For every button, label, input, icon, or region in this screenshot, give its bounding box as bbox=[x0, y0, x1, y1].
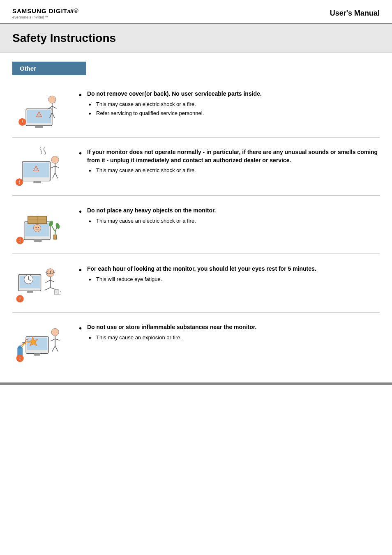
monitor-heavy-object-icon: ! bbox=[14, 205, 64, 246]
icon-area-5: ! bbox=[12, 322, 66, 363]
sub-list-5: This may cause an explosion or fire. bbox=[87, 334, 380, 341]
sub-list-3: This may cause an electric shock or a fi… bbox=[87, 217, 380, 225]
instruction-row-3: ! Do not place any heavy objects on the … bbox=[12, 196, 380, 254]
monitor-warning-sound-icon: ! ! bbox=[14, 147, 64, 188]
text-area-4: For each hour of looking at the monitor,… bbox=[77, 263, 380, 286]
svg-line-55 bbox=[45, 288, 51, 290]
header-title: User's Manual bbox=[330, 7, 380, 18]
svg-line-22 bbox=[50, 166, 55, 168]
svg-text:!: ! bbox=[21, 119, 23, 124]
svg-point-70 bbox=[22, 342, 25, 343]
sub-list-4: This will reduce eye fatigue. bbox=[87, 276, 380, 283]
instruction-row-5: ! Do not use or store inflammable substa… bbox=[12, 313, 380, 370]
instruction-row-4: ! For each hour of looking at the monito… bbox=[12, 254, 380, 313]
page-header: SAMSUNG DIGITall D everyone's Invited™ U… bbox=[0, 0, 392, 24]
svg-line-76 bbox=[55, 346, 58, 352]
svg-rect-65 bbox=[34, 353, 40, 355]
monitor-warning-cover-icon: ! ! bbox=[14, 88, 64, 129]
svg-point-46 bbox=[46, 269, 54, 277]
svg-line-74 bbox=[55, 339, 60, 341]
eye-rest-icon: ! bbox=[14, 263, 64, 304]
main-text-3: Do not place any heavy objects on the mo… bbox=[87, 207, 216, 214]
svg-point-37 bbox=[38, 227, 39, 228]
main-text-2: If your monitor does not operate normall… bbox=[87, 149, 378, 164]
logo-area: SAMSUNG DIGITall D everyone's Invited™ bbox=[12, 7, 78, 19]
svg-line-25 bbox=[55, 173, 58, 179]
logo-digit-italic: all bbox=[67, 8, 73, 14]
footer-bar bbox=[0, 382, 392, 385]
content-area: ! ! Do not remove cover(or back). No use… bbox=[0, 79, 392, 370]
sub-item-4-1: This will reduce eye fatigue. bbox=[87, 276, 380, 283]
sub-item-1-1: This may cause an electric shock or a fi… bbox=[87, 101, 380, 108]
sub-list-1: This may cause an electric shock or a fi… bbox=[87, 101, 380, 117]
sub-item-2-1: This may cause an electric shock or a fi… bbox=[87, 167, 380, 174]
svg-line-56 bbox=[50, 288, 56, 290]
logo-tagline: everyone's Invited™ bbox=[12, 15, 48, 19]
icon-area-2: ! ! bbox=[12, 147, 66, 188]
sub-item-5-1: This may cause an explosion or fire. bbox=[87, 334, 380, 341]
svg-rect-68 bbox=[18, 345, 21, 348]
icon-area-4: ! bbox=[12, 263, 66, 304]
text-area-2: If your monitor does not operate normall… bbox=[77, 147, 380, 177]
svg-point-40 bbox=[55, 223, 61, 230]
svg-rect-45 bbox=[27, 291, 33, 293]
svg-point-36 bbox=[35, 227, 37, 228]
svg-rect-17 bbox=[33, 181, 41, 183]
svg-point-71 bbox=[51, 328, 59, 336]
icon-area-1: ! ! bbox=[12, 88, 66, 129]
svg-point-20 bbox=[51, 156, 59, 164]
svg-line-54 bbox=[50, 280, 54, 282]
logo-circle-icon: D bbox=[74, 8, 78, 13]
svg-text:!: ! bbox=[39, 113, 39, 117]
sub-item-1-2: Refer servicing to qualified service per… bbox=[87, 110, 380, 117]
svg-rect-62 bbox=[54, 290, 59, 295]
svg-text:!: ! bbox=[19, 296, 21, 301]
svg-rect-30 bbox=[34, 240, 42, 242]
svg-text:!: ! bbox=[18, 180, 20, 184]
text-area-1: Do not remove cover(or back). No user se… bbox=[77, 88, 380, 120]
sub-list-2: This may cause an electric shock or a fi… bbox=[87, 167, 380, 174]
page-title-section: Safety Instructions bbox=[0, 24, 392, 53]
text-area-3: Do not place any heavy objects on the mo… bbox=[77, 205, 380, 227]
svg-point-34 bbox=[33, 224, 41, 232]
svg-line-53 bbox=[45, 280, 50, 283]
page-title: Safety Instructions bbox=[12, 32, 380, 45]
logo-samsung-text: SAMSUNG DIGIT bbox=[12, 7, 67, 14]
main-text-1: Do not remove cover(or back). No user se… bbox=[87, 90, 262, 97]
icon-area-3: ! bbox=[12, 205, 66, 246]
svg-text:!: ! bbox=[36, 167, 37, 171]
sub-item-3-1: This may cause an electric shock or a fi… bbox=[87, 217, 380, 225]
svg-text:!: ! bbox=[19, 238, 21, 243]
svg-line-75 bbox=[52, 346, 55, 352]
instruction-row-2: ! ! If your monitor does not operate nor… bbox=[12, 138, 380, 196]
svg-rect-42 bbox=[53, 235, 56, 240]
svg-rect-4 bbox=[35, 126, 43, 128]
svg-line-23 bbox=[55, 166, 59, 168]
svg-line-73 bbox=[51, 339, 55, 341]
svg-text:D: D bbox=[75, 9, 77, 12]
svg-line-24 bbox=[53, 173, 55, 179]
svg-point-7 bbox=[48, 96, 56, 103]
main-text-5: Do not use or store inflammable substanc… bbox=[87, 324, 256, 330]
instruction-row-1: ! ! Do not remove cover(or back). No use… bbox=[12, 79, 380, 138]
text-area-5: Do not use or store inflammable substanc… bbox=[77, 322, 380, 344]
main-text-4: For each hour of looking at the monitor,… bbox=[87, 265, 316, 272]
section-label: Other bbox=[12, 62, 86, 75]
svg-line-12 bbox=[52, 113, 55, 118]
svg-line-10 bbox=[52, 106, 57, 108]
flammable-substances-icon: ! bbox=[14, 322, 64, 363]
svg-text:!: ! bbox=[19, 356, 21, 361]
